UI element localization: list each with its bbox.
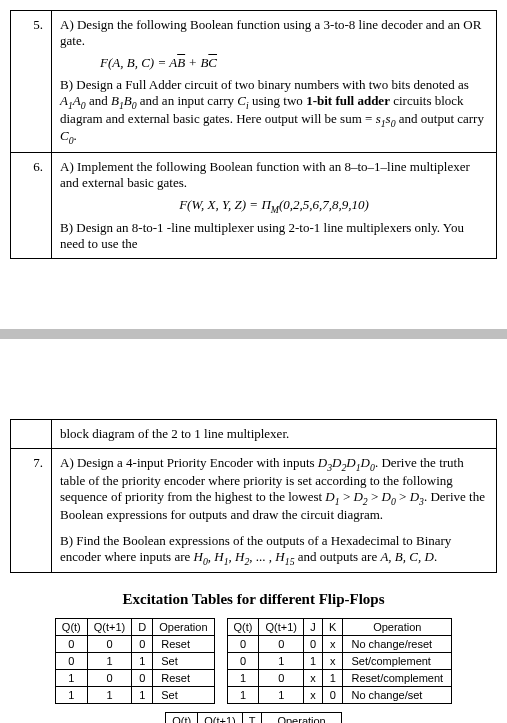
q7-body: A) Design a 4-input Priority Encoder wit… [52,449,497,573]
page-gap-bottom [0,339,507,409]
q5a-formula: F(A, B, C) = AB + BC [100,55,488,71]
q6-number: 6. [11,152,52,259]
q6-body: A) Implement the following Boolean funct… [52,152,497,259]
questions-cont: block diagram of the 2 to 1 line multipl… [0,409,507,573]
ff-t-table: Q(t) Q(t+1) T Operation 000No change 011… [165,712,342,723]
ffD-h1: Q(t+1) [87,619,131,636]
q6a-text: A) Implement the following Boolean funct… [60,159,488,191]
q6-cont-number [11,420,52,449]
q5a-text: A) Design the following Boolean function… [60,17,488,49]
q6-row: 6. A) Implement the following Boolean fu… [11,152,497,259]
q5b-text: B) Design a Full Adder circuit of two bi… [60,77,488,146]
ffT-h3: Operation [262,713,341,723]
ff-t-wrap: Q(t) Q(t+1) T Operation 000No change 011… [0,712,507,723]
ffT-h0: Q(t) [166,713,198,723]
ffD-h0: Q(t) [55,619,87,636]
page-separator [0,329,507,339]
questions-top: 5. A) Design the following Boolean funct… [0,0,507,259]
ffJK-h0: Q(t) [227,619,259,636]
ffJK-h4: Operation [343,619,452,636]
q5-body: A) Design the following Boolean function… [52,11,497,153]
ffD-h3: Operation [153,619,214,636]
ff-tables-row: Q(t) Q(t+1) D Operation 000Reset 011Set … [0,618,507,704]
ffD-h2: D [132,619,153,636]
q7-number: 7. [11,449,52,573]
q6b-text: B) Design an 8-to-1 -line multiplexer us… [60,220,488,252]
ffJK-h3: K [323,619,343,636]
q7b-text: B) Find the Boolean expressions of the o… [60,533,488,567]
ffT-h2: T [242,713,262,723]
q5-number: 5. [11,11,52,153]
q6-cont-row: block diagram of the 2 to 1 line multipl… [11,420,497,449]
q7a-text: A) Design a 4-input Priority Encoder wit… [60,455,488,522]
ffJK-h1: Q(t+1) [259,619,303,636]
q6-cont-body: block diagram of the 2 to 1 line multipl… [52,420,497,449]
q6a-formula: F(W, X, Y, Z) = ΠM(0,2,5,6,7,8,9,10) [60,197,488,215]
q7-row: 7. A) Design a 4-input Priority Encoder … [11,449,497,573]
question-table-cont: block diagram of the 2 to 1 line multipl… [10,419,497,573]
ffJK-h2: J [303,619,322,636]
question-table-top: 5. A) Design the following Boolean funct… [10,10,497,259]
excitation-heading: Excitation Tables for different Flip-Flo… [0,591,507,608]
q5-row: 5. A) Design the following Boolean funct… [11,11,497,153]
ff-jk-table: Q(t) Q(t+1) J K Operation 000xNo change/… [227,618,453,704]
ffT-h1: Q(t+1) [198,713,242,723]
ff-d-table: Q(t) Q(t+1) D Operation 000Reset 011Set … [55,618,215,704]
page-gap-top [0,259,507,329]
